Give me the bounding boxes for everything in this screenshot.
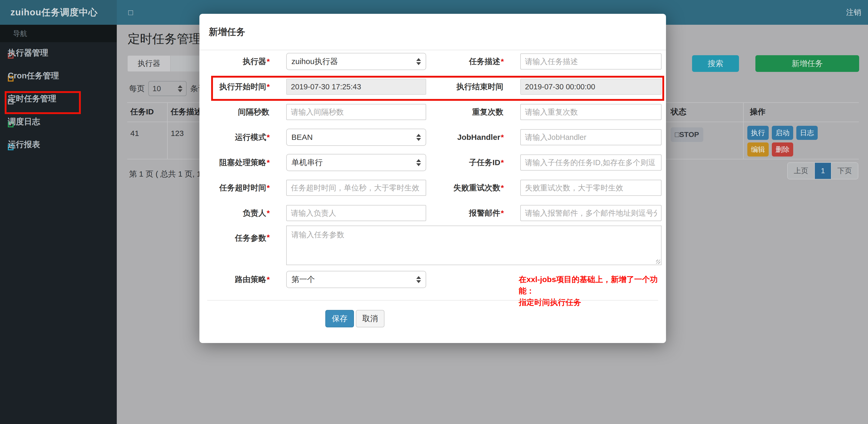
feature-note-line1: 在xxl-jobs项目的基础上，新增了一个功能： <box>519 274 665 297</box>
fail-retry-input[interactable] <box>520 180 661 196</box>
current-page-button[interactable]: 1 <box>814 163 831 179</box>
logout-link[interactable]: 注销 <box>846 0 861 25</box>
sidebar-item-dispatch-log[interactable]: 调度日志 <box>0 113 117 136</box>
sidebar-toggle-icon[interactable]: □ <box>128 0 133 25</box>
author-input[interactable] <box>286 205 426 221</box>
cancel-button[interactable]: 取消 <box>356 310 384 327</box>
fail-retry-label: 失败重试次数* <box>434 179 504 196</box>
required-asterisk: * <box>267 158 270 167</box>
glue-type-select[interactable]: BEAN <box>286 129 426 146</box>
cell-task-id: 41 <box>130 129 139 138</box>
next-page-button[interactable]: 下页 <box>831 163 858 179</box>
executor-select[interactable]: zuihou执行器 <box>286 53 426 70</box>
modal-footer-divider <box>207 300 658 300</box>
col-header-status: 状态 <box>671 106 686 117</box>
sidebar: 导航 执行器管理 Cron任务管理 定时任务管理 调度日志 运行报表 <box>0 25 117 424</box>
page-title: 定时任务管理 <box>128 31 201 47</box>
required-asterisk: * <box>267 275 270 284</box>
block-strategy-select-value: 单机串行 <box>291 157 323 168</box>
per-page-control: 每页 10 条记 <box>129 81 206 96</box>
log-button[interactable]: 日志 <box>796 126 818 140</box>
select-spinner-icon <box>416 134 421 141</box>
sidebar-nav-label: 导航 <box>0 25 117 42</box>
sidebar-item-run-report[interactable]: 运行报表 <box>0 136 117 159</box>
job-desc-input[interactable] <box>520 54 661 69</box>
route-strategy-label: 路由策略* <box>199 271 270 288</box>
col-header-actions: 操作 <box>750 106 766 117</box>
select-spinner-icon <box>416 276 421 283</box>
child-job-input[interactable] <box>520 155 661 171</box>
job-param-field <box>286 226 661 265</box>
brand-title: zuihou任务调度中心 <box>0 0 117 25</box>
sidebar-item-label: 执行器管理 <box>8 44 48 62</box>
start-button[interactable]: 启动 <box>772 126 793 140</box>
cell-task-desc: 123 <box>171 129 184 138</box>
required-asterisk: * <box>501 208 504 218</box>
required-asterisk: * <box>267 57 270 66</box>
repeat-input[interactable] <box>520 104 661 120</box>
add-task-button[interactable]: 新增任务 <box>755 55 859 72</box>
save-button[interactable]: 保存 <box>325 310 354 327</box>
job-desc-label: 任务描述* <box>434 53 504 70</box>
timeout-input[interactable] <box>286 180 426 196</box>
modal-header: 新增任务 <box>199 14 666 50</box>
sidebar-item-scheduled-task[interactable]: 定时任务管理 <box>0 90 117 113</box>
status-badge: □STOP <box>671 127 703 142</box>
start-time-input[interactable] <box>286 79 426 95</box>
sidebar-item-label: 调度日志 <box>8 113 40 130</box>
col-header-task-desc: 任务描述 <box>171 106 202 117</box>
per-page-select[interactable]: 10 <box>148 81 187 96</box>
job-handler-input[interactable] <box>520 129 661 145</box>
block-strategy-label: 阻塞处理策略* <box>199 154 270 171</box>
prev-page-button[interactable]: 上页 <box>788 163 814 179</box>
child-job-label: 子任务ID* <box>434 154 504 171</box>
row-actions-line2: 编辑 删除 <box>747 142 793 157</box>
modal-title: 新增任务 <box>209 26 245 38</box>
select-spinner-icon <box>416 159 421 166</box>
required-asterisk: * <box>267 82 270 91</box>
required-asterisk: * <box>267 208 270 218</box>
required-asterisk: * <box>501 57 504 66</box>
feature-note-line2: 指定时间执行任务 <box>519 297 665 308</box>
required-asterisk: * <box>501 183 504 192</box>
required-asterisk: * <box>501 158 504 167</box>
end-time-input[interactable] <box>520 79 661 95</box>
row-actions-line1: 执行 启动 日志 <box>747 126 818 140</box>
alarm-email-input[interactable] <box>520 205 661 221</box>
glue-type-select-value: BEAN <box>291 133 313 142</box>
delete-button[interactable]: 删除 <box>772 142 793 157</box>
required-asterisk: * <box>501 133 504 142</box>
start-time-label: 执行开始时间* <box>199 78 270 95</box>
interval-label: 间隔秒数 <box>199 103 270 121</box>
executor-filter-label: 执行器 <box>127 55 171 72</box>
sidebar-item-label: 定时任务管理 <box>8 90 56 107</box>
route-strategy-select-value: 第一个 <box>291 274 315 285</box>
job-handler-label: JobHandler* <box>434 129 504 146</box>
app-window: zuihou任务调度中心 □ 注销 导航 执行器管理 Cron任务管理 定时任务… <box>0 0 868 424</box>
per-page-value: 10 <box>153 85 161 93</box>
author-label: 负责人* <box>199 204 270 222</box>
route-strategy-select[interactable]: 第一个 <box>286 271 426 288</box>
column-divider <box>743 103 744 159</box>
required-asterisk: * <box>267 183 270 192</box>
run-button[interactable]: 执行 <box>747 126 769 140</box>
executor-label: 执行器* <box>199 53 270 70</box>
timeout-label: 任务超时时间* <box>199 179 270 196</box>
sidebar-item-cron-task[interactable]: Cron任务管理 <box>0 67 117 90</box>
sidebar-item-executor-manage[interactable]: 执行器管理 <box>0 44 117 67</box>
block-strategy-select[interactable]: 单机串行 <box>286 154 426 171</box>
search-button[interactable]: 搜索 <box>692 55 739 72</box>
pagination: 上页 1 下页 <box>787 162 858 180</box>
column-divider <box>167 103 167 159</box>
job-param-textarea[interactable] <box>286 226 661 265</box>
edit-button[interactable]: 编辑 <box>747 142 769 157</box>
repeat-label: 重复次数 <box>434 103 504 121</box>
select-spinner-icon <box>178 85 183 92</box>
per-page-prefix: 每页 <box>129 83 145 94</box>
required-asterisk: * <box>267 133 270 142</box>
glue-type-label: 运行模式* <box>199 129 270 146</box>
interval-input[interactable] <box>286 104 426 120</box>
alarm-email-label: 报警邮件* <box>434 204 504 222</box>
pagination-summary: 第 1 页 ( 总共 1 页, 1 <box>129 169 201 180</box>
sidebar-item-label: 运行报表 <box>8 136 40 153</box>
